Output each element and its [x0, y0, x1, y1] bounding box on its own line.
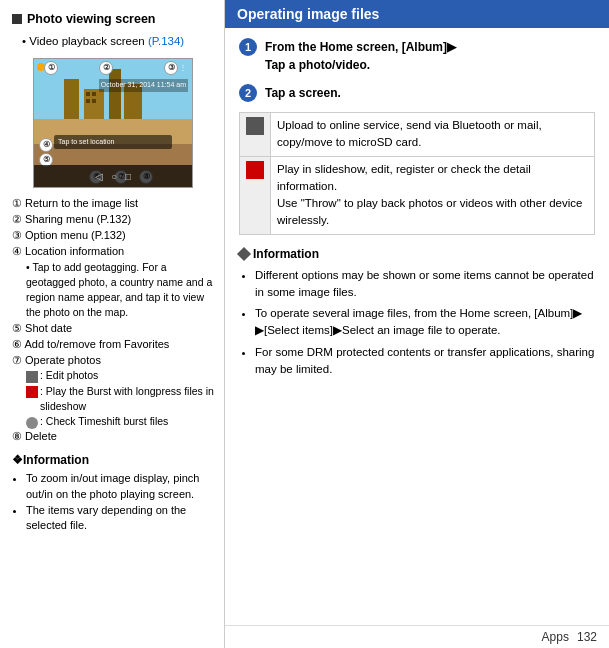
left-info-list: To zoom in/out image display, pinch out/…	[12, 471, 214, 534]
right-info-item-2: To operate several image files, from the…	[255, 305, 595, 340]
list-item-5: ⑤ Shot date	[12, 321, 214, 337]
diamond-icon	[237, 246, 251, 260]
list-item-8: ⑧ Delete	[12, 429, 214, 445]
step-1-num: 1	[239, 38, 257, 56]
icon-cell-2	[240, 156, 271, 234]
left-info-item-1: To zoom in/out image display, pinch out/…	[26, 471, 214, 502]
icon-cell-1	[240, 113, 271, 157]
right-column: Operating image files 1 From the Home sc…	[225, 0, 609, 648]
icon-table: Upload to online service, send via Bluet…	[239, 112, 595, 235]
timeshift-icon	[26, 417, 38, 429]
list-item-3: ③ Option menu (P.132)	[12, 228, 214, 244]
phone-screenshot: ⇋ ⋮ October 31, 2014 11:54 am Tap to set…	[33, 58, 193, 188]
left-column: Photo viewing screen • Video playback sc…	[0, 0, 225, 648]
share-icon-box	[246, 117, 264, 135]
phone-bottom-bar: ◁ ○ □	[34, 165, 192, 187]
square-icon	[12, 14, 22, 24]
numbered-list: ① Return to the image list ② Sharing men…	[12, 196, 214, 445]
right-info-list: Different options may be shown or some i…	[239, 267, 595, 379]
menu-icon-box	[246, 161, 264, 179]
phone-overlay: ⇋ ⋮ October 31, 2014 11:54 am Tap to set…	[34, 59, 192, 187]
back-icon: ◁	[95, 169, 103, 184]
list-item-1: ① Return to the image list	[12, 196, 214, 212]
right-info-title: Information	[239, 245, 595, 263]
step-1-row: 1 From the Home screen, [Album]▶ Tap a p…	[239, 38, 595, 74]
list-item-2: ② Sharing menu (P.132)	[12, 212, 214, 228]
circle-2: ②	[99, 61, 113, 75]
circle-4: ④	[39, 138, 53, 152]
list-item-7a: : Edit photos	[12, 368, 214, 383]
more-icon: ⋮	[179, 62, 187, 74]
recent-icon: □	[125, 169, 131, 184]
right-info-item-1: Different options may be shown or some i…	[255, 267, 595, 302]
timestamp: October 31, 2014 11:54 am	[99, 79, 188, 92]
list-item-7b: : Play the Burst with longpress files in…	[12, 384, 214, 414]
list-item-6: ⑥ Add to/remove from Favorites	[12, 337, 214, 353]
circle-3: ③	[164, 61, 178, 75]
footer-apps-label: Apps	[542, 630, 569, 644]
list-item-4: ④ Location information	[12, 244, 214, 260]
footer: Apps 132	[225, 625, 609, 648]
right-content: 1 From the Home screen, [Album]▶ Tap a p…	[225, 28, 609, 625]
table-row-1: Upload to online service, send via Bluet…	[240, 113, 595, 157]
left-title: Photo viewing screen	[12, 10, 214, 29]
video-playback-link: • Video playback screen (P.134)	[12, 33, 214, 50]
left-info-item-2: The items vary depending on the selected…	[26, 503, 214, 534]
table-desc-2: Play in slideshow, edit, register or che…	[271, 156, 595, 234]
right-info-box: Information Different options may be sho…	[239, 245, 595, 379]
circle-1: ①	[44, 61, 58, 75]
left-info-section: ❖Information To zoom in/out image displa…	[12, 451, 214, 534]
step-2-text: Tap a screen.	[265, 84, 341, 102]
right-header: Operating image files	[225, 0, 609, 28]
home-icon: ○	[111, 169, 117, 184]
step-1-text: From the Home screen, [Album]▶ Tap a pho…	[265, 38, 456, 74]
step-2-row: 2 Tap a screen.	[239, 84, 595, 102]
right-info-item-3: For some DRM protected contents or trans…	[255, 344, 595, 379]
list-item-7: ⑦ Operate photos	[12, 353, 214, 369]
left-info-title: ❖Information	[12, 451, 214, 469]
table-row-2: Play in slideshow, edit, register or che…	[240, 156, 595, 234]
edit-icon	[26, 371, 38, 383]
list-item-4-sub: • Tap to add geotagging. For a geotagged…	[12, 260, 214, 321]
tap-location-bar: Tap to set location	[54, 135, 172, 150]
list-item-7c: : Check Timeshift burst files	[12, 414, 214, 429]
burst-icon	[26, 386, 38, 398]
step-2-num: 2	[239, 84, 257, 102]
footer-page-num: 132	[577, 630, 597, 644]
table-desc-1: Upload to online service, send via Bluet…	[271, 113, 595, 157]
